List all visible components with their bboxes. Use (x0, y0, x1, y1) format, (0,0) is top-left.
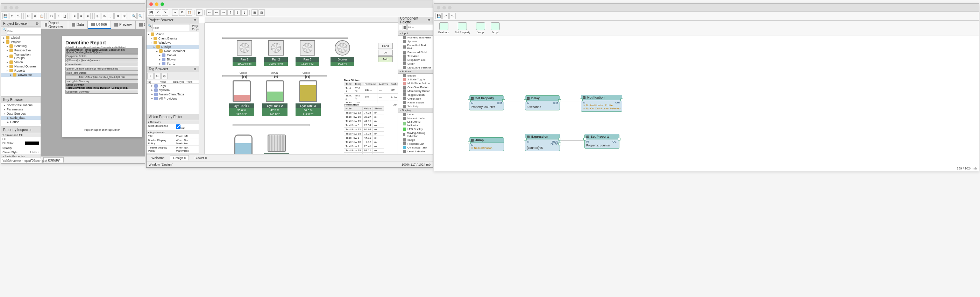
maximize-icon[interactable] (161, 2, 164, 6)
off-button[interactable]: Off (378, 49, 393, 56)
maximize-icon[interactable] (448, 6, 452, 10)
report-tab[interactable]: Schedule (136, 21, 145, 29)
palette-group-header[interactable]: ▾Display (398, 108, 433, 113)
paste-icon[interactable]: 📋 (39, 13, 45, 19)
palette-group-header[interactable]: ▾Input (398, 32, 433, 36)
play-icon[interactable]: ▶ (196, 10, 202, 16)
table-row[interactable]: Test Row 720.41ok (344, 144, 384, 148)
tag-item[interactable]: ▸System (146, 88, 199, 92)
align-center-icon[interactable]: ⇔ (213, 10, 220, 16)
palette-item[interactable]: Slider (398, 62, 433, 66)
tree-item[interactable]: ▸Vision (146, 32, 199, 37)
report-page[interactable]: Downtime Report @Date@ - Events above @m… (62, 36, 142, 137)
table-row[interactable]: Test Row 650.81ok (344, 153, 384, 154)
table-header[interactable]: Tank (344, 82, 353, 86)
palette-item[interactable]: Numeric Label (398, 116, 433, 120)
tank-component[interactable]: Storage75.5 % (231, 135, 256, 154)
fan-component[interactable]: Fan 1100.0 RPM (232, 40, 256, 66)
report-tab[interactable]: Report Overview (41, 21, 68, 29)
palette-item[interactable]: LED Display (398, 127, 433, 131)
hand-button[interactable]: Hand (378, 43, 393, 49)
palette-item[interactable]: Password Field (398, 50, 433, 54)
table-row[interactable]: Test Row 182.12ok (344, 140, 384, 144)
dollar-icon[interactable]: $ (94, 13, 100, 19)
table-row[interactable]: Test Row 144.13ok (344, 136, 384, 140)
design-canvas[interactable]: Hand Off Auto Tank Status TankTempPressu… (199, 17, 398, 154)
table-row[interactable]: Test Row 1998.11ok (344, 148, 384, 153)
prop-category[interactable]: ▾ Basic Properties (1, 154, 41, 158)
align-left-icon[interactable]: ⇤ (206, 10, 213, 16)
prop-row[interactable]: Start Maximizedtrue (146, 124, 199, 130)
pipeline-block-button[interactable]: Set Property (455, 22, 470, 34)
palette-item[interactable]: 2-State Toggle (398, 78, 433, 81)
ungroup-icon[interactable]: ⊟ (258, 10, 265, 16)
pipeline-block[interactable]: ▧Set Property INOUT Property: counter (469, 95, 504, 110)
palette-item[interactable]: Check Box (398, 97, 433, 101)
palette-filter-input[interactable] (407, 24, 433, 30)
fan-component[interactable]: Blower99.5 % (331, 40, 354, 66)
save-icon[interactable]: 💾 (436, 13, 442, 19)
tag-item[interactable]: ▸Tags (146, 84, 199, 88)
bottom-tab[interactable]: Design × (170, 155, 189, 160)
prop-category[interactable]: ▾ Behavior (146, 120, 199, 124)
tree-item[interactable]: ▸Client Events (146, 37, 199, 41)
copy-icon[interactable]: ⧉ (32, 13, 38, 19)
group-icon[interactable]: ⊞ (251, 10, 258, 16)
pipeline-block[interactable]: ▧Set Property INOUT Property: counter (584, 134, 619, 149)
tree-item[interactable]: ▸Design (146, 45, 199, 49)
table-header[interactable]: Pressure (363, 82, 377, 86)
center-titlebar[interactable] (146, 0, 433, 8)
refresh-icon[interactable]: ↻ (154, 73, 161, 79)
tag-col-header[interactable]: Data Type (173, 80, 186, 84)
italic-icon[interactable]: I (55, 13, 61, 19)
cut-icon[interactable]: ✂ (172, 10, 178, 16)
tree-item[interactable]: ▸Scripting (1, 44, 41, 48)
add-tag-icon[interactable]: + (147, 73, 154, 79)
tree-item[interactable]: ▸Windows (146, 41, 199, 45)
table-row[interactable]: Test Row 1818.24ok (344, 132, 384, 136)
tag-col-header[interactable]: Traits (186, 80, 199, 84)
bottom-tab[interactable]: Welcome (149, 156, 167, 160)
pipeline-block-button[interactable]: Evaluate (438, 22, 449, 34)
save-icon[interactable]: 💾 (2, 13, 8, 19)
palette-item[interactable]: Dropdown List (398, 58, 433, 62)
tree-item[interactable]: ▸Project (1, 40, 41, 44)
tank-component[interactable]: Dye Tank 380.0 %212.0 °F (296, 80, 321, 116)
tag-col-header[interactable]: Tag (146, 80, 159, 84)
tree-item[interactable]: ▸Root Container (146, 49, 199, 53)
valve-icon[interactable] (305, 75, 310, 79)
valve-icon[interactable] (274, 75, 278, 79)
palette-item[interactable]: Spinner (398, 40, 433, 43)
table-row[interactable]: Test Row 1944.19ok (344, 119, 384, 123)
tank-component[interactable]: Dye Tank 133.0 %125.0 °F (229, 80, 254, 116)
tree-item[interactable]: ▸Named Queries (1, 64, 41, 68)
palette-item[interactable]: One-Shot Button (398, 85, 433, 89)
save-icon[interactable]: 💾 (148, 10, 154, 16)
paste-icon[interactable]: 📋 (186, 10, 192, 16)
zoom-out-icon[interactable]: 🔍 (137, 13, 143, 19)
align-center-icon[interactable]: ≡ (78, 13, 84, 19)
palette-item[interactable]: Image (398, 138, 433, 142)
prop-row[interactable]: Border Display PolicyWhen Not Maximized (146, 138, 199, 146)
palette-item[interactable]: Language Selector (398, 66, 433, 70)
filter-icon[interactable]: ⚙ (161, 73, 167, 79)
right-titlebar[interactable] (434, 4, 979, 11)
report-tab[interactable]: Design (88, 21, 111, 29)
pipeline-block[interactable]: ▧Jump IN ⚠ No Destination (469, 137, 504, 151)
tree-item[interactable]: ▸Global (1, 36, 41, 40)
palette-item[interactable]: Text Area (398, 54, 433, 58)
minimize-icon[interactable] (10, 6, 13, 10)
project-filter-input[interactable] (7, 28, 45, 35)
fan-component[interactable]: Fan 2100.0 RPM (264, 40, 288, 66)
palette-item[interactable]: Label (398, 113, 433, 116)
tree-item[interactable]: ▸Downtime (1, 73, 41, 77)
panel-gear-icon[interactable]: ⚙ (427, 18, 431, 22)
key-item[interactable]: ▸Data Sources (1, 111, 41, 116)
pipeline-block[interactable]: ▧Expression INTRUEFALSE {counter}<5 (525, 134, 560, 151)
align-bottom-icon[interactable]: ⤓ (241, 10, 248, 16)
align-middle-icon[interactable]: ⇕ (234, 10, 241, 16)
table-row[interactable]: Tank 137.8 °F132…---Off (344, 86, 398, 94)
tree-item[interactable]: ▸Blower (146, 57, 199, 62)
tree-item[interactable]: ▸Perspective (1, 48, 41, 52)
align-left-icon[interactable]: ≡ (72, 13, 78, 19)
